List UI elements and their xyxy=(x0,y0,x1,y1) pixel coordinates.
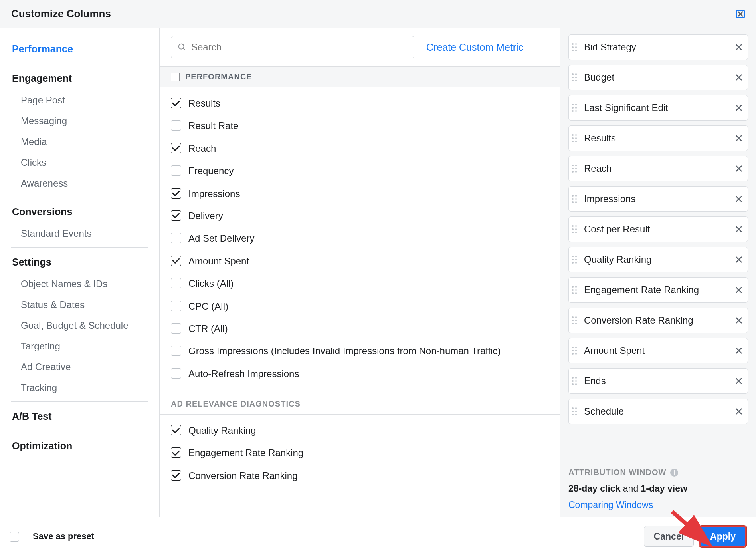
remove-column-button[interactable] xyxy=(735,165,743,173)
remove-column-button[interactable] xyxy=(735,316,743,324)
selected-column-chip[interactable]: Cost per Result xyxy=(568,216,748,242)
selected-column-chip[interactable]: Last Significant Edit xyxy=(568,95,748,121)
metric-item[interactable]: Conversion Rate Ranking xyxy=(171,465,549,487)
remove-column-button[interactable] xyxy=(735,104,743,112)
remove-column-button[interactable] xyxy=(735,407,743,415)
sidebar-sub[interactable]: Awareness xyxy=(0,173,159,194)
drag-handle-icon[interactable] xyxy=(572,195,580,203)
metric-checkbox[interactable] xyxy=(171,470,181,481)
sidebar-sub[interactable]: Goal, Budget & Schedule xyxy=(0,315,159,336)
remove-column-button[interactable] xyxy=(735,347,743,355)
metric-item[interactable]: Ad Set Delivery xyxy=(171,227,549,250)
metric-checkbox[interactable] xyxy=(171,165,181,176)
selected-column-chip[interactable]: Schedule xyxy=(568,399,748,424)
metric-checkbox[interactable] xyxy=(171,233,181,243)
remove-column-button[interactable] xyxy=(735,225,743,233)
cancel-button[interactable]: Cancel xyxy=(644,526,694,547)
selected-column-chip[interactable]: Impressions xyxy=(568,186,748,212)
metric-checkbox[interactable] xyxy=(171,368,181,379)
drag-handle-icon[interactable] xyxy=(572,134,580,142)
metric-item[interactable]: Quality Ranking xyxy=(171,419,549,442)
sidebar-sub[interactable]: Messaging xyxy=(0,111,159,131)
sidebar-cat-engagement[interactable]: Engagement xyxy=(0,67,159,90)
remove-column-button[interactable] xyxy=(735,377,743,385)
selected-column-chip[interactable]: Quality Ranking xyxy=(568,247,748,272)
metric-item[interactable]: Impressions xyxy=(171,183,549,205)
metric-item[interactable]: Clicks (All) xyxy=(171,272,549,295)
metric-checkbox[interactable] xyxy=(171,143,181,153)
metric-checkbox[interactable] xyxy=(171,346,181,356)
sidebar-sub[interactable]: Page Post xyxy=(0,90,159,111)
save-as-preset[interactable]: Save as preset xyxy=(10,531,94,542)
sidebar-cat-conversions[interactable]: Conversions xyxy=(0,201,159,223)
drag-handle-icon[interactable] xyxy=(572,43,580,51)
metric-item[interactable]: CTR (All) xyxy=(171,318,549,340)
sidebar-cat-settings[interactable]: Settings xyxy=(0,251,159,274)
drag-handle-icon[interactable] xyxy=(572,286,580,294)
selected-column-chip[interactable]: Results xyxy=(568,125,748,151)
metric-item[interactable]: Gross Impressions (Includes Invalid Impr… xyxy=(171,340,549,362)
metric-checkbox[interactable] xyxy=(171,323,181,334)
sidebar-sub[interactable]: Clicks xyxy=(0,152,159,173)
selected-column-chip[interactable]: Bid Strategy xyxy=(568,34,748,60)
sidebar-sub[interactable]: Object Names & IDs xyxy=(0,274,159,294)
drag-handle-icon[interactable] xyxy=(572,165,580,173)
close-button[interactable] xyxy=(736,10,745,18)
selected-column-chip[interactable]: Reach xyxy=(568,156,748,181)
metric-checkbox[interactable] xyxy=(171,256,181,266)
drag-handle-icon[interactable] xyxy=(572,407,580,415)
info-icon[interactable]: i xyxy=(670,469,678,477)
metric-checkbox[interactable] xyxy=(171,425,181,435)
sidebar-sub[interactable]: Status & Dates xyxy=(0,294,159,315)
remove-column-button[interactable] xyxy=(735,286,743,294)
collapse-toggle[interactable]: − xyxy=(171,73,180,81)
remove-column-button[interactable] xyxy=(735,73,743,81)
sidebar-sub[interactable]: Media xyxy=(0,131,159,152)
selected-column-chip[interactable]: Amount Spent xyxy=(568,338,748,363)
save-preset-checkbox[interactable] xyxy=(10,532,19,542)
sidebar-sub[interactable]: Targeting xyxy=(0,336,159,357)
drag-handle-icon[interactable] xyxy=(572,225,580,233)
sidebar-sub[interactable]: Tracking xyxy=(0,377,159,398)
metric-checkbox[interactable] xyxy=(171,301,181,311)
metric-item[interactable]: Result Rate xyxy=(171,115,549,137)
drag-handle-icon[interactable] xyxy=(572,256,580,264)
search-box[interactable] xyxy=(171,36,414,58)
remove-column-button[interactable] xyxy=(735,256,743,264)
metric-checkbox[interactable] xyxy=(171,188,181,199)
metric-item[interactable]: CPC (All) xyxy=(171,295,549,318)
metric-checkbox[interactable] xyxy=(171,278,181,288)
metric-item[interactable]: Results xyxy=(171,92,549,115)
metric-checkbox[interactable] xyxy=(171,98,181,108)
sidebar-cat-optimization[interactable]: Optimization xyxy=(0,435,159,457)
metric-checkbox[interactable] xyxy=(171,120,181,131)
metric-checkbox[interactable] xyxy=(171,210,181,221)
metric-checkbox[interactable] xyxy=(171,447,181,458)
drag-handle-icon[interactable] xyxy=(572,316,580,324)
create-custom-metric-link[interactable]: Create Custom Metric xyxy=(426,42,523,53)
sidebar-sub[interactable]: Standard Events xyxy=(0,223,159,244)
metric-item[interactable]: Engagement Rate Ranking xyxy=(171,442,549,464)
metric-item[interactable]: Amount Spent xyxy=(171,250,549,272)
drag-handle-icon[interactable] xyxy=(572,73,580,81)
selected-column-chip[interactable]: Budget xyxy=(568,65,748,90)
drag-handle-icon[interactable] xyxy=(572,377,580,385)
apply-button[interactable]: Apply xyxy=(699,526,746,547)
comparing-windows-link[interactable]: Comparing Windows xyxy=(568,500,653,510)
drag-handle-icon[interactable] xyxy=(572,347,580,355)
sidebar-cat-abtest[interactable]: A/B Test xyxy=(0,405,159,428)
selected-column-chip[interactable]: Ends xyxy=(568,368,748,394)
search-input[interactable] xyxy=(191,42,408,53)
selected-column-chip[interactable]: Conversion Rate Ranking xyxy=(568,308,748,333)
metric-item[interactable]: Auto-Refresh Impressions xyxy=(171,363,549,385)
drag-handle-icon[interactable] xyxy=(572,104,580,112)
selected-column-chip[interactable]: Engagement Rate Ranking xyxy=(568,277,748,303)
remove-column-button[interactable] xyxy=(735,43,743,51)
sidebar-sub[interactable]: Ad Creative xyxy=(0,357,159,377)
remove-column-button[interactable] xyxy=(735,195,743,203)
metric-item[interactable]: Frequency xyxy=(171,160,549,182)
sidebar-cat-performance[interactable]: Performance xyxy=(0,38,159,60)
metric-item[interactable]: Reach xyxy=(171,137,549,160)
remove-column-button[interactable] xyxy=(735,134,743,142)
metric-item[interactable]: Delivery xyxy=(171,205,549,227)
